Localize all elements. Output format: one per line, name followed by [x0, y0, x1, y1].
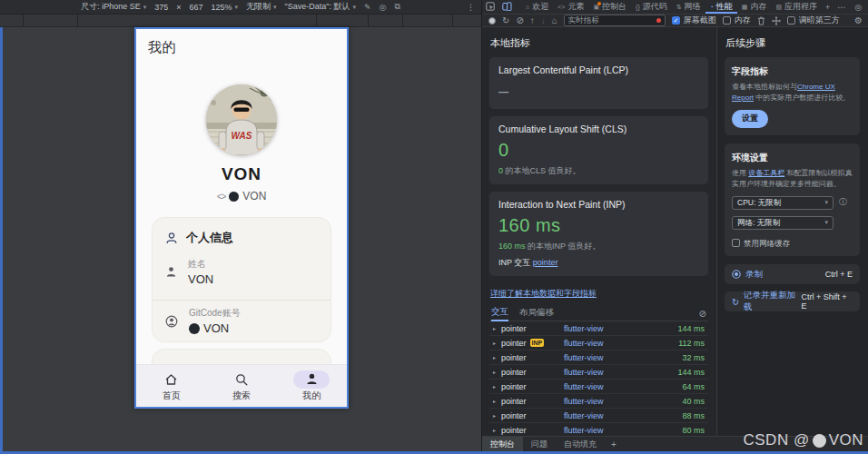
node-link[interactable]: flutter-view: [564, 426, 604, 435]
record-reload-action[interactable]: ↻ 记录并重新加载 Ctrl + Shift + E: [725, 291, 860, 311]
interaction-row[interactable]: ▸pointerflutter-view88 ms: [489, 409, 708, 423]
live-metrics-icon[interactable]: ⌂: [552, 16, 557, 25]
tab-console[interactable]: ▣控制台: [588, 0, 631, 14]
node-link[interactable]: flutter-view: [564, 397, 604, 406]
trash-icon[interactable]: [757, 16, 765, 25]
device-toolbar-menu-icon[interactable]: ⋮: [467, 3, 475, 12]
interaction-row[interactable]: ▸pointerINPflutter-view112 ms: [489, 336, 708, 350]
clear-log-icon[interactable]: ⊘: [699, 309, 706, 321]
chevron-down-icon: ▾: [273, 4, 277, 11]
interaction-duration: 112 ms: [678, 339, 705, 348]
device-toolbar-toggle-icon[interactable]: [498, 2, 516, 13]
home-icon: [163, 372, 179, 387]
field-metrics-text: 中的实际用户数据进行比较。: [754, 94, 850, 102]
name-field[interactable]: 姓名 VON: [165, 258, 321, 286]
person-circle-icon: [165, 315, 178, 328]
tab-sources[interactable]: {}源代码: [631, 0, 672, 14]
drawer-tab-2[interactable]: 自动填充: [556, 437, 605, 451]
environment-card: 环境设置 使用 设备工具栏 和配置限制以模拟真实用户环境并确定更多性能问题。 C…: [725, 143, 860, 257]
nav-item-search[interactable]: 搜索: [206, 365, 276, 407]
record-action[interactable]: 录制 Ctrl + E: [725, 264, 860, 284]
nav-item-home[interactable]: 首页: [136, 365, 206, 407]
disable-cache-checkbox[interactable]: 禁用网络缓存: [732, 238, 853, 250]
code-icon: <>: [217, 192, 226, 202]
inp-value: 160 ms: [498, 215, 699, 236]
node-link[interactable]: flutter-view: [564, 382, 604, 391]
avatar-shirt-text: WAS: [232, 131, 252, 141]
network-throttling-select[interactable]: 网络: 无限制 ▾: [732, 216, 833, 230]
tab-label: 网络: [685, 1, 701, 13]
load-profile-icon[interactable]: ↑: [530, 16, 535, 25]
interaction-type: pointer: [501, 426, 527, 435]
interaction-row[interactable]: ▸pointerflutter-view32 ms: [489, 350, 708, 365]
dim-third-party-checkbox[interactable]: 调暗第三方: [787, 15, 840, 26]
interaction-row[interactable]: ▸pointerflutter-view80 ms: [489, 423, 708, 437]
tab-welcome[interactable]: ⌂欢迎: [521, 0, 553, 14]
zoom-select[interactable]: 125% ▾: [212, 3, 239, 12]
inspect-element-icon[interactable]: [482, 2, 498, 13]
next-steps-heading: 后续步骤: [725, 36, 860, 50]
field-metrics-text: 查看本地指标如何与: [732, 83, 797, 91]
interaction-row[interactable]: ▸pointerflutter-view144 ms: [489, 365, 708, 380]
info-card-title: 个人信息: [186, 230, 233, 246]
device-height-input[interactable]: 667: [189, 3, 202, 12]
save-data-select[interactable]: "Save-Data": 默认 ▾: [285, 1, 356, 13]
node-link[interactable]: flutter-view: [564, 411, 604, 420]
tab-network[interactable]: ⇅网络: [672, 0, 705, 14]
device-size-select[interactable]: 尺寸: iPhone SE ▾: [81, 1, 146, 13]
device-width-input[interactable]: 375: [154, 3, 168, 12]
rotate-device-icon[interactable]: ⧉: [394, 2, 399, 12]
inp-interaction-link[interactable]: pointer: [533, 258, 558, 267]
record-reload-shortcut: Ctrl + Shift + E: [802, 292, 853, 311]
clear-icon[interactable]: ⊘: [516, 16, 523, 25]
record-reload-label: 记录并重新加载: [744, 290, 802, 313]
feedback-icon[interactable]: ◎: [851, 3, 865, 12]
learn-more-link[interactable]: 详细了解本地数据和字段指标: [490, 288, 597, 300]
configure-button[interactable]: 设置: [732, 110, 768, 128]
divider: [153, 300, 330, 301]
node-link[interactable]: flutter-view: [564, 339, 604, 348]
tab-interactions[interactable]: 交互: [491, 306, 508, 321]
interaction-row[interactable]: ▸pointerflutter-view64 ms: [489, 380, 708, 394]
expand-icon: ▸: [493, 354, 501, 360]
edit-icon[interactable]: ✎: [364, 3, 371, 12]
record-and-reload-icon[interactable]: ↻: [502, 16, 509, 25]
add-drawer-tab-icon[interactable]: +: [605, 439, 623, 449]
field-metrics-title: 字段指标: [732, 64, 853, 78]
add-panel-icon[interactable]: +: [822, 3, 833, 12]
chevron-down-icon: ▾: [143, 4, 147, 11]
drawer-tab-0[interactable]: 控制台: [482, 437, 523, 451]
interaction-row[interactable]: ▸pointerflutter-view40 ms: [489, 394, 708, 409]
network-icon: ⇅: [676, 4, 682, 10]
zoom-value: 125%: [212, 3, 232, 12]
console-panel-icon: ▣: [593, 4, 599, 10]
more-options-icon[interactable]: ⋯: [833, 3, 849, 12]
nav-item-mine[interactable]: 我的: [277, 365, 347, 407]
gitcode-field[interactable]: GitCode账号 VON: [165, 307, 321, 335]
eye-icon[interactable]: ◎: [380, 3, 387, 12]
tab-performance[interactable]: ◔性能: [705, 0, 737, 14]
drawer-tab-1[interactable]: 问题: [523, 437, 556, 451]
settings-gear-icon[interactable]: ⚙: [854, 15, 863, 25]
throttling-select[interactable]: 无限制 ▾: [246, 1, 277, 13]
tab-memory[interactable]: ▦内存: [737, 0, 772, 14]
device-toolbar-link[interactable]: 设备工具栏: [748, 169, 784, 177]
node-link[interactable]: flutter-view: [564, 368, 604, 377]
avatar[interactable]: WAS: [206, 84, 277, 155]
screenshots-checkbox[interactable]: ✓ 屏幕截图: [672, 15, 716, 26]
info-icon: ⓘ: [839, 196, 847, 209]
tab-layout-shifts[interactable]: 布局偏移: [519, 307, 554, 321]
home-icon: ⌂: [526, 4, 529, 10]
interaction-duration: 144 ms: [677, 324, 705, 333]
tab-application[interactable]: ▧应用程序: [771, 0, 822, 14]
memory-checkbox[interactable]: 内存: [723, 15, 751, 26]
node-link[interactable]: flutter-view: [564, 324, 604, 333]
record-icon[interactable]: [488, 17, 496, 25]
history-select[interactable]: 实时指标: [564, 15, 666, 26]
cpu-throttling-select[interactable]: CPU: 无限制 ▾: [732, 196, 833, 210]
lcp-card: Largest Contentful Paint (LCP) –: [489, 57, 708, 109]
tab-elements[interactable]: <>元素: [553, 0, 588, 14]
move-icon[interactable]: [772, 16, 781, 25]
node-link[interactable]: flutter-view: [564, 353, 604, 362]
interaction-row[interactable]: ▸pointerflutter-view144 ms: [489, 321, 708, 336]
